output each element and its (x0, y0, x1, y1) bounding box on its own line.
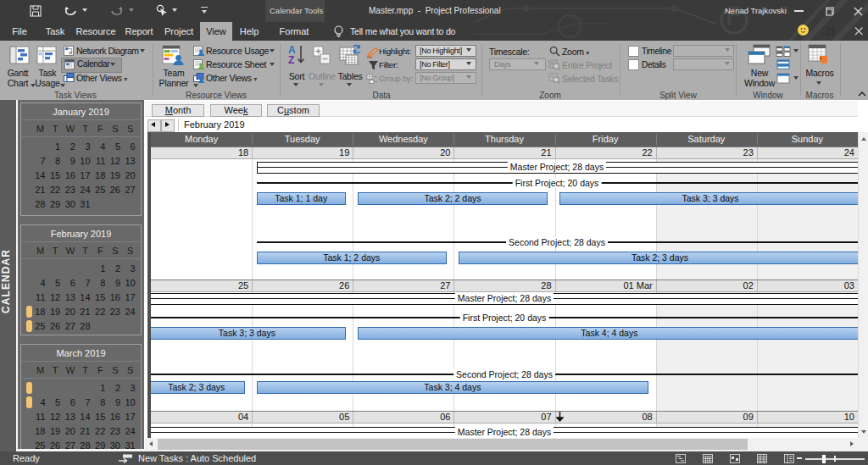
svg-text:Z: Z (288, 54, 294, 66)
